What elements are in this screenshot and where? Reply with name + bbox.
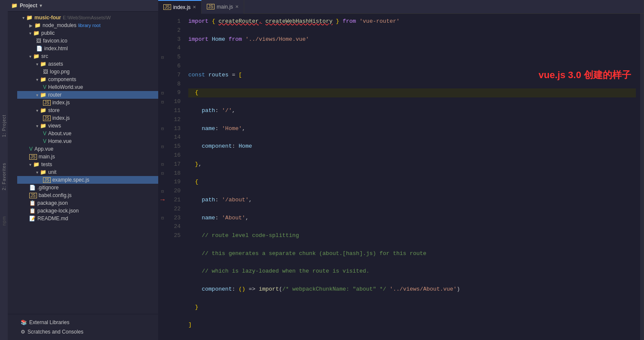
- code-area: ⊟ ⊟ ⊟ ⊟ ⊟ ⊟ ⊟ ⊟ →: [158, 14, 644, 340]
- tree-label: main.js: [39, 154, 55, 160]
- favorites-tab-label[interactable]: 2: Favorites: [2, 163, 6, 190]
- tree-item-router-index[interactable]: JS index.js: [17, 99, 158, 106]
- code-line-1: import { createRouter, createWebHashHist…: [188, 17, 636, 26]
- tree-item-main-js[interactable]: JS main.js: [17, 153, 158, 161]
- tree-item-index-html[interactable]: 📄 index.html: [17, 45, 158, 52]
- tree-item-unit[interactable]: ▾ 📁 unit: [17, 168, 158, 176]
- arrow-icon: ▾: [29, 162, 31, 167]
- file-icon: JS: [207, 4, 215, 9]
- file-icon: JS: [43, 115, 51, 121]
- file-tree-sidebar: 📁 Project ▾ ▾ 📁 music-four E:\WebStormAs…: [8, 0, 158, 340]
- arrow-icon: ▾: [36, 108, 38, 113]
- gutter-line: ⊟: [158, 88, 167, 97]
- gutter-line: ⊟: [158, 160, 167, 169]
- code-line-5: {: [188, 88, 636, 97]
- gutter-line: [158, 115, 167, 124]
- tree-path: E:\WebStormAssets\W: [63, 15, 111, 20]
- file-icon: 📄: [36, 46, 43, 52]
- tree-label: package.json: [37, 200, 68, 206]
- code-line-15: // which is lazy-loaded when the route i…: [188, 267, 636, 276]
- tree-label: assets: [48, 61, 63, 67]
- tree-item-gitignore[interactable]: 📄 .gitignore: [17, 184, 158, 191]
- tree-label: music-four: [34, 15, 61, 21]
- tree-label: App.vue: [34, 146, 53, 152]
- code-line-8: component: Home: [188, 142, 636, 151]
- tree-label: logo.png: [50, 69, 70, 75]
- tree-item-babel[interactable]: JS babel.config.js: [17, 191, 158, 199]
- scrollbar-vertical[interactable]: [640, 14, 644, 340]
- tab-close-icon[interactable]: ✕: [235, 4, 239, 9]
- scratches-item[interactable]: ⚙ Scratches and Consoles: [8, 327, 158, 337]
- gutter-line: ⊟: [158, 97, 167, 106]
- project-dropdown-icon[interactable]: ▾: [40, 3, 42, 9]
- file-icon: 🖼: [43, 69, 48, 75]
- gutter-line: [158, 222, 167, 231]
- tree-label: About.vue: [48, 131, 71, 137]
- gutter-line: [158, 26, 167, 35]
- file-icon: V: [43, 138, 46, 144]
- tree-item-components[interactable]: ▾ 📁 components: [17, 76, 158, 83]
- tree-item-example-spec[interactable]: JS example.spec.js: [17, 176, 158, 184]
- tree-item-views[interactable]: ▾ 📁 views: [17, 122, 158, 130]
- gutter-area: ⊟ ⊟ ⊟ ⊟ ⊟ ⊟ ⊟ ⊟ →: [158, 14, 167, 340]
- tree-item-package-lock[interactable]: 📋 package-lock.json: [17, 207, 158, 215]
- tree-item-tests[interactable]: ▾ 📁 tests: [17, 161, 158, 168]
- tab-index-js[interactable]: JS index.js ✕: [158, 0, 202, 14]
- folder-icon: 📁: [33, 161, 40, 167]
- external-libraries-item[interactable]: 📚 External Libraries: [8, 318, 158, 327]
- tree-item-store-index[interactable]: JS index.js: [17, 114, 158, 122]
- gutter-line: [158, 35, 167, 44]
- tree-item-router[interactable]: ▾ 📁 router: [17, 91, 158, 99]
- tree-label: components: [48, 76, 76, 82]
- arrow-icon: ▾: [36, 170, 38, 175]
- scratch-icon: ⚙: [21, 329, 25, 335]
- tree-label: package-lock.json: [37, 208, 79, 214]
- annotation-text: vue.js 3.0 创建的样子: [539, 69, 631, 82]
- npm-tab-label[interactable]: npm: [2, 216, 6, 225]
- code-line-2: import Home from '../views/Home.vue': [188, 35, 636, 44]
- code-line-13: // route level code-splitting: [188, 231, 636, 240]
- lib-label: library root: [78, 23, 101, 28]
- tree-item-public[interactable]: ▾ 📁 public: [17, 29, 158, 37]
- tree-item-favicon[interactable]: 🖼 favicon.ico: [17, 37, 158, 45]
- tree-item-music-four[interactable]: ▾ 📁 music-four E:\WebStormAssets\W: [17, 14, 158, 21]
- folder-icon: 📁: [40, 76, 46, 82]
- tree-label: index.html: [44, 46, 68, 52]
- tab-label: index.js: [173, 4, 191, 10]
- gutter-line: ⊟: [158, 187, 167, 196]
- gutter-line: [158, 205, 167, 214]
- folder-icon: 📁: [40, 107, 46, 113]
- tree-item-logo[interactable]: 🖼 logo.png: [17, 68, 158, 76]
- gutter-line: ⊟: [158, 124, 167, 134]
- tree-label: example.spec.js: [52, 177, 89, 183]
- tree-item-home[interactable]: V Home.vue: [17, 137, 158, 145]
- tab-close-icon[interactable]: ✕: [193, 5, 196, 9]
- file-icon: JS: [43, 100, 51, 106]
- file-icon: V: [29, 146, 33, 152]
- tree-item-assets[interactable]: ▾ 📁 assets: [17, 60, 158, 68]
- tree-label: babel.config.js: [39, 192, 72, 198]
- gutter-line: [158, 71, 167, 80]
- tree-item-store[interactable]: ▾ 📁 store: [17, 106, 158, 114]
- folder-icon: 📁: [33, 53, 40, 59]
- tree-item-readme[interactable]: 📝 README.md: [17, 215, 158, 222]
- gutter-line: ⊟: [158, 142, 167, 151]
- project-header: 📁 Project ▾: [8, 0, 158, 12]
- code-line-10: {: [188, 178, 636, 187]
- code-line-14: // this generates a separate chunk (abou…: [188, 249, 636, 258]
- tree-item-package-json[interactable]: 📋 package.json: [17, 199, 158, 207]
- tab-main-js[interactable]: JS main.js ✕: [202, 0, 244, 14]
- tree-item-app-vue[interactable]: V App.vue: [17, 145, 158, 153]
- arrow-icon: ▾: [29, 31, 31, 36]
- left-activity-bar: 1: Project 2: Favorites npm: [0, 0, 8, 340]
- tree-label: unit: [48, 169, 56, 175]
- tree-item-helloworld[interactable]: V HelloWorld.vue: [17, 83, 158, 91]
- tree-item-src[interactable]: ▾ 📁 src: [17, 52, 158, 60]
- file-icon: 📋: [29, 200, 36, 206]
- tree-item-about[interactable]: V About.vue: [17, 130, 158, 137]
- project-tab-label[interactable]: 1: Project: [2, 115, 6, 137]
- tree-item-node-modules[interactable]: ▶ 📁 node_modules library root: [17, 21, 158, 29]
- arrow-icon: ▾: [22, 15, 25, 20]
- file-icon: V: [43, 131, 46, 137]
- primary-editor-tabs: JS index.js ✕ JS main.js ✕: [158, 0, 644, 14]
